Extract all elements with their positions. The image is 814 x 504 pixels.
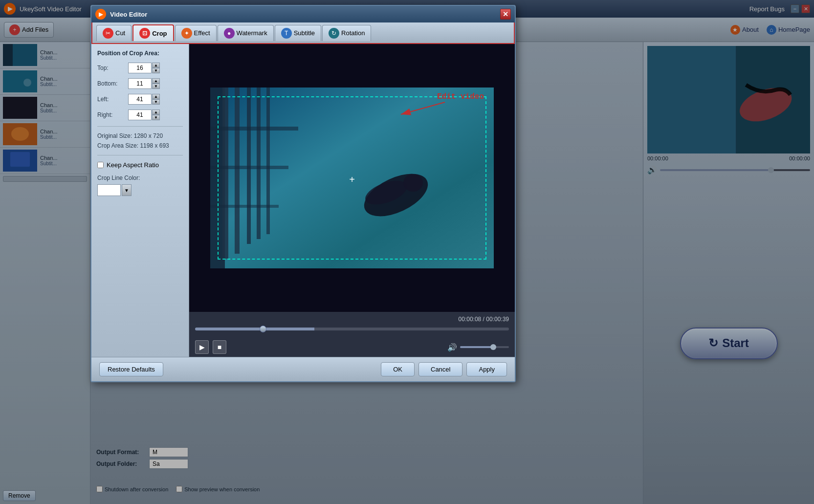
modal-overlay: ▶ Video Editor ✕ ✂ Cut ⊡ Crop ✦ Effect ●… <box>0 0 814 504</box>
crop-area-size-value: 1198 x 693 <box>140 142 169 149</box>
stop-button[interactable]: ■ <box>213 340 226 354</box>
tab-crop[interactable]: ⊡ Crop <box>132 24 174 41</box>
svg-rect-19 <box>257 88 261 239</box>
edit-video-annotation: Edit video <box>437 92 484 101</box>
time-display: 00:00:08 / 00:00:39 <box>195 316 509 323</box>
color-box[interactable] <box>97 184 121 196</box>
bottom-spin-buttons: ▲ ▼ <box>152 78 160 89</box>
watermark-tab-label: Watermark <box>237 29 267 37</box>
video-canvas: + Edit video <box>189 44 515 312</box>
keep-ratio-row: Keep Aspect Ratio <box>97 161 183 169</box>
original-size-row: Original Size: 1280 x 720 <box>97 132 183 139</box>
bottom-spin-down[interactable]: ▼ <box>152 84 160 89</box>
crop-tab-label: Crop <box>152 30 167 37</box>
bottom-label: Bottom: <box>97 80 124 87</box>
tab-rotation[interactable]: ↻ Rotation <box>322 25 371 41</box>
editor-tab-bar: ✂ Cut ⊡ Crop ✦ Effect ● Watermark T Subt… <box>91 22 515 44</box>
crop-tab-icon: ⊡ <box>139 28 150 39</box>
playback-controls: ▶ ■ 🔊 <box>189 337 515 357</box>
editor-title: Video Editor <box>110 11 147 18</box>
right-spin-up[interactable]: ▲ <box>152 110 160 115</box>
watermark-tab-icon: ● <box>224 28 235 39</box>
crop-controls-panel: Position of Crop Area: Top: ▲ ▼ Bottom: <box>91 44 189 357</box>
svg-rect-21 <box>210 127 298 131</box>
crop-line-color-label: Crop Line Color: <box>97 175 183 181</box>
tab-effect[interactable]: ✦ Effect <box>175 25 217 41</box>
bottom-input-group: ▲ ▼ <box>128 78 160 89</box>
bottom-field-row: Bottom: ▲ ▼ <box>97 78 183 89</box>
restore-defaults-button[interactable]: Restore Defaults <box>99 362 163 376</box>
original-size-value: 1280 x 720 <box>134 132 163 139</box>
subtitle-tab-label: Subtitle <box>294 29 315 37</box>
divider-2 <box>97 155 183 155</box>
action-buttons: OK Cancel Apply <box>381 362 507 376</box>
effect-tab-label: Effect <box>194 29 210 37</box>
left-spin-up[interactable]: ▲ <box>152 94 160 99</box>
editor-titlebar: ▶ Video Editor ✕ <box>91 6 515 22</box>
right-input-group: ▲ ▼ <box>128 110 160 120</box>
cancel-button[interactable]: Cancel <box>418 362 462 376</box>
svg-rect-22 <box>210 166 288 169</box>
original-size-label: Original Size: <box>97 132 132 139</box>
color-picker-row: ▼ <box>97 184 183 196</box>
top-input-group: ▲ ▼ <box>128 63 160 73</box>
progress-slider[interactable] <box>195 328 509 330</box>
svg-point-26 <box>403 174 423 192</box>
svg-rect-17 <box>235 88 240 254</box>
effect-tab-icon: ✦ <box>181 28 192 39</box>
ok-button[interactable]: OK <box>381 362 415 376</box>
right-input[interactable] <box>128 110 152 120</box>
video-background: + <box>210 88 494 268</box>
rotation-tab-label: Rotation <box>341 29 365 37</box>
right-label: Right: <box>97 111 124 118</box>
color-dropdown-button[interactable]: ▼ <box>122 184 132 196</box>
top-label: Top: <box>97 65 124 71</box>
svg-rect-20 <box>266 88 270 234</box>
crop-area-size-row: Crop Area Size: 1198 x 693 <box>97 142 183 149</box>
bottom-spin-up[interactable]: ▲ <box>152 78 160 84</box>
left-spin-down[interactable]: ▼ <box>152 99 160 105</box>
play-button[interactable]: ▶ <box>195 340 209 354</box>
video-preview-area: + Edit video <box>189 44 515 357</box>
top-spin-buttons: ▲ ▼ <box>152 63 160 73</box>
video-editor-window: ▶ Video Editor ✕ ✂ Cut ⊡ Crop ✦ Effect ●… <box>90 5 516 382</box>
cut-tab-icon: ✂ <box>103 28 113 39</box>
top-field-row: Top: ▲ ▼ <box>97 63 183 73</box>
top-input[interactable] <box>128 63 152 73</box>
subtitle-tab-icon: T <box>281 28 292 39</box>
volume-icon: 🔊 <box>447 343 457 352</box>
bottom-input[interactable] <box>128 78 152 89</box>
crop-section-title: Position of Crop Area: <box>97 50 183 57</box>
left-input-group: ▲ ▼ <box>128 94 160 105</box>
editor-close-button[interactable]: ✕ <box>500 9 511 20</box>
apply-button[interactable]: Apply <box>466 362 507 376</box>
top-spin-down[interactable]: ▼ <box>152 68 160 73</box>
tab-cut[interactable]: ✂ Cut <box>96 25 132 41</box>
svg-rect-16 <box>222 88 228 259</box>
tab-subtitle[interactable]: T Subtitle <box>275 25 321 41</box>
editor-body: Position of Crop Area: Top: ▲ ▼ Bottom: <box>91 44 515 357</box>
right-field-row: Right: ▲ ▼ <box>97 110 183 120</box>
left-input[interactable] <box>128 94 152 105</box>
left-label: Left: <box>97 96 124 103</box>
volume-slider[interactable] <box>460 346 509 348</box>
right-spin-down[interactable]: ▼ <box>152 115 160 120</box>
right-spin-buttons: ▲ ▼ <box>152 110 160 120</box>
tab-watermark[interactable]: ● Watermark <box>218 25 274 41</box>
video-frame: + Edit video <box>210 88 494 268</box>
editor-title-left: ▶ Video Editor <box>95 9 147 20</box>
editor-bottom-bar: Restore Defaults OK Cancel Apply <box>91 357 515 381</box>
crop-area-size-label: Crop Area Size: <box>97 142 138 149</box>
divider-1 <box>97 126 183 127</box>
svg-rect-23 <box>210 205 279 208</box>
top-spin-up[interactable]: ▲ <box>152 63 160 68</box>
keep-ratio-checkbox[interactable] <box>97 162 104 168</box>
cut-tab-label: Cut <box>115 29 125 37</box>
editor-logo: ▶ <box>95 9 106 20</box>
volume-control: 🔊 <box>447 343 509 352</box>
keep-ratio-label: Keep Aspect Ratio <box>107 161 159 169</box>
left-field-row: Left: ▲ ▼ <box>97 94 183 105</box>
left-spin-buttons: ▲ ▼ <box>152 94 160 105</box>
video-timeline: 00:00:08 / 00:00:39 <box>189 312 515 337</box>
rotation-tab-icon: ↻ <box>329 28 339 39</box>
